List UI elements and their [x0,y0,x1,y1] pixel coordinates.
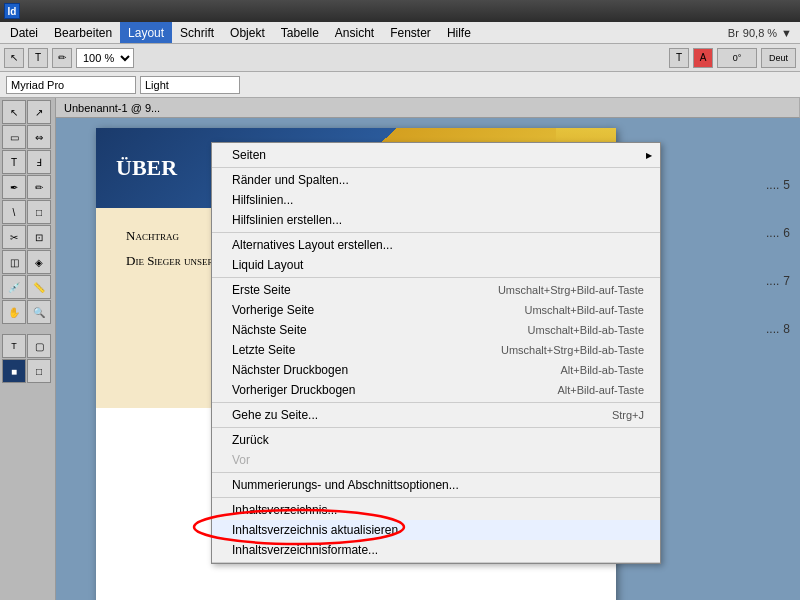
menu-tabelle[interactable]: Tabelle [273,22,327,43]
vertical-type-tool[interactable]: Ⅎ [27,150,51,174]
language-select[interactable]: Deut [761,48,796,68]
text-tool-icon[interactable]: T [669,48,689,68]
document-area: Unbenannt-1 @ 9... ÜBER Nachtrag .......… [56,98,800,600]
dropdown-item-raender-spalten[interactable]: Ränder und Spalten... [212,170,660,190]
dropdown-item-letzte-seite[interactable]: Letzte Seite Umschalt+Strg+Bild-ab-Taste [212,340,660,360]
dropdown-item-hilfslinien[interactable]: Hilfslinien... [212,190,660,210]
tool-draw-btn[interactable]: ✏ [52,48,72,68]
dropdown-section-navigation: Erste Seite Umschalt+Strg+Bild-auf-Taste… [212,278,660,403]
measure-tool[interactable]: 📏 [27,275,51,299]
toolbox: ↖ ↗ ▭ ⇔ T Ⅎ ✒ ✏ \ □ ✂ ⊡ ◫ ◈ 💉 📏 [0,98,56,600]
tool-type-btn[interactable]: T [28,48,48,68]
direct-select-tool[interactable]: ↗ [27,100,51,124]
dropdown-item-naechste-seite[interactable]: Nächste Seite Umschalt+Bild-ab-Taste [212,320,660,340]
title-bar: Id [0,0,800,22]
scissors-tool[interactable]: ✂ [2,225,26,249]
menu-bar-right: Br 90,8 % ▼ [728,27,798,39]
zoom-tool[interactable]: 🔍 [27,300,51,324]
dropdown-item-vorherige-seite[interactable]: Vorherige Seite Umschalt+Bild-auf-Taste [212,300,660,320]
tool-select-btn[interactable]: ↖ [4,48,24,68]
dropdown-section-alternatives: Alternatives Layout erstellen... Liquid … [212,233,660,278]
pencil-tool[interactable]: ✏ [27,175,51,199]
document-tab-label: Unbenannt-1 @ 9... [64,102,160,114]
dropdown-item-alternatives-layout[interactable]: Alternatives Layout erstellen... [212,235,660,255]
dropdown-item-erste-seite[interactable]: Erste Seite Umschalt+Strg+Bild-auf-Taste [212,280,660,300]
menu-ansicht[interactable]: Ansicht [327,22,382,43]
type-in-frame-tool[interactable]: T [2,334,26,358]
page-header-text: ÜBER [116,155,177,181]
font-style-input[interactable] [140,76,240,94]
dropdown-item-zurueck[interactable]: Zurück [212,430,660,450]
document-tab[interactable]: Unbenannt-1 @ 9... [56,98,800,118]
menu-bar: Datei Bearbeiten Layout Schrift Objekt T… [0,22,800,44]
color-swatch[interactable]: A [693,48,713,68]
menu-fenster[interactable]: Fenster [382,22,439,43]
dropdown-item-hilfslinien-erstellen[interactable]: Hilfslinien erstellen... [212,210,660,230]
menu-layout[interactable]: Layout [120,22,172,43]
dropdown-section-seiten: Seiten [212,143,660,168]
dropdown-item-naechster-druckbogen[interactable]: Nächster Druckbogen Alt+Bild-ab-Taste [212,360,660,380]
frame-tool[interactable]: ▢ [27,334,51,358]
dropdown-item-vor[interactable]: Vor [212,450,660,470]
color-stroke[interactable]: □ [27,359,51,383]
page-num-7: .... 7 [766,274,790,288]
menu-objekt[interactable]: Objekt [222,22,273,43]
toolbar-right-controls: T A 0° Deut [669,48,796,68]
blend-tool[interactable]: ◈ [27,250,51,274]
page-num-6: .... 6 [766,226,790,240]
toolbar-row-1: ↖ T ✏ 100 % T A 0° Deut [0,44,800,72]
free-transform-tool[interactable]: ⊡ [27,225,51,249]
dropdown-item-vorheriger-druckbogen[interactable]: Vorheriger Druckbogen Alt+Bild-auf-Taste [212,380,660,400]
gap-tool[interactable]: ⇔ [27,125,51,149]
type-tool[interactable]: T [2,150,26,174]
dropdown-section-history: Zurück Vor [212,428,660,473]
shape-tool[interactable]: □ [27,200,51,224]
menu-bearbeiten[interactable]: Bearbeiten [46,22,120,43]
page-numbers-sidebar: .... 5 .... 6 .... 7 .... 8 [766,178,790,336]
dropdown-item-nummerierung[interactable]: Nummerierungs- und Abschnittsoptionen... [212,475,660,495]
menu-schrift[interactable]: Schrift [172,22,222,43]
toolbar-row-2 [0,72,800,98]
bridge-icon[interactable]: Br [728,27,739,39]
dropdown-section-numbering: Nummerierungs- und Abschnittsoptionen... [212,473,660,498]
main-area: ↖ ↗ ▭ ⇔ T Ⅎ ✒ ✏ \ □ ✂ ⊡ ◫ ◈ 💉 📏 [0,98,800,600]
dropdown-item-liquid-layout[interactable]: Liquid Layout [212,255,660,275]
gradient-tool[interactable]: ◫ [2,250,26,274]
zoom-display: 90,8 % [743,27,777,39]
menu-hilfe[interactable]: Hilfe [439,22,479,43]
app-icon: Id [4,3,20,19]
page-num-8: .... 8 [766,322,790,336]
pen-tool[interactable]: ✒ [2,175,26,199]
eyedropper-tool[interactable]: 💉 [2,275,26,299]
line-tool[interactable]: \ [2,200,26,224]
dropdown-item-inhaltsverzeichnis-aktualisieren[interactable]: Inhaltsverzeichnis aktualisieren [212,520,660,540]
font-name-input[interactable] [6,76,136,94]
dropdown-item-seiten[interactable]: Seiten [212,145,660,165]
dropdown-item-gehe-zu-seite[interactable]: Gehe zu Seite... Strg+J [212,405,660,425]
dropdown-item-inhaltsverzeichnis[interactable]: Inhaltsverzeichnis... [212,500,660,520]
page-num-5: .... 5 [766,178,790,192]
rotation-input[interactable]: 0° [717,48,757,68]
zoom-select[interactable]: 100 % [76,48,134,68]
color-fill[interactable]: ■ [2,359,26,383]
layout-dropdown-menu: Seiten Ränder und Spalten... Hilfslinien… [211,142,661,564]
zoom-dropdown-icon[interactable]: ▼ [781,27,792,39]
dropdown-section-toc: Inhaltsverzeichnis... Inhaltsverzeichnis… [212,498,660,563]
hand-tool[interactable]: ✋ [2,300,26,324]
dropdown-section-goto: Gehe zu Seite... Strg+J [212,403,660,428]
page-tool[interactable]: ▭ [2,125,26,149]
dropdown-item-inhaltsverzeichnisformate[interactable]: Inhaltsverzeichnisformate... [212,540,660,560]
select-tool[interactable]: ↖ [2,100,26,124]
dropdown-section-raender: Ränder und Spalten... Hilfslinien... Hil… [212,168,660,233]
menu-datei[interactable]: Datei [2,22,46,43]
